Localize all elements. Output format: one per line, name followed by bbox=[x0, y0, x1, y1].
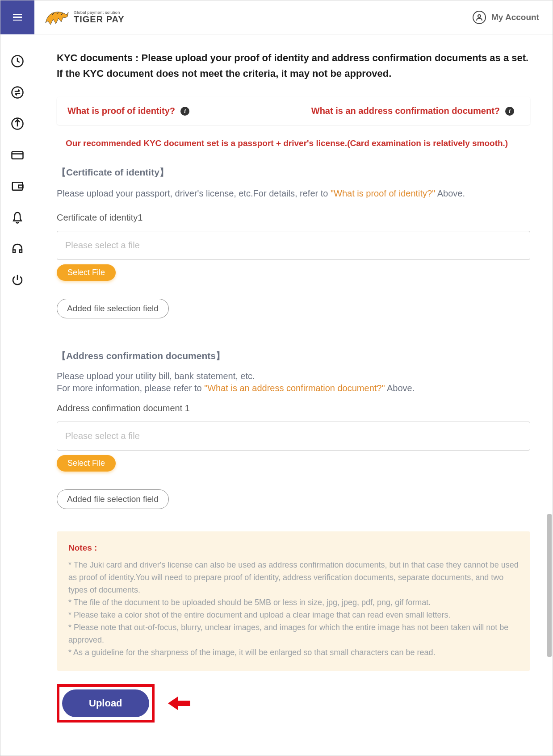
notes-body: * The Juki card and driver's license can… bbox=[68, 559, 519, 659]
upload-highlight-box: Upload bbox=[57, 684, 155, 723]
headset-icon[interactable] bbox=[11, 242, 24, 255]
note-item: * As a guideline for the sharpness of th… bbox=[68, 647, 519, 659]
notes-box: Notes : * The Juki card and driver's lic… bbox=[57, 531, 530, 670]
upload-row: Upload bbox=[57, 684, 530, 723]
recommendation-text: Our recommended KYC document set is a pa… bbox=[57, 138, 530, 148]
kyc-heading: KYC documents : Please upload your proof… bbox=[57, 50, 530, 81]
address-file-input[interactable] bbox=[57, 422, 530, 451]
note-item: * The file of the document to be uploade… bbox=[68, 597, 519, 609]
address-section-title: 【Address confirmation documents】 bbox=[57, 350, 530, 362]
main-content: KYC documents : Please upload your proof… bbox=[34, 34, 553, 756]
address-select-file-button[interactable]: Select File bbox=[57, 455, 116, 472]
info-identity-link[interactable]: What is proof of identity? i bbox=[67, 106, 285, 116]
address-field-label: Address confirmation document 1 bbox=[57, 403, 530, 414]
bell-icon[interactable] bbox=[11, 211, 24, 224]
svg-point-2 bbox=[12, 87, 23, 98]
address-desc-link[interactable]: "What is an address confirmation documen… bbox=[204, 383, 385, 393]
arrow-left-icon bbox=[168, 697, 190, 710]
hamburger-icon bbox=[13, 14, 22, 21]
info-icon: i bbox=[505, 107, 514, 116]
tiger-icon bbox=[43, 8, 70, 26]
info-identity-text: What is proof of identity? bbox=[67, 106, 175, 116]
logo-brand: TIGER PAY bbox=[74, 15, 124, 24]
wallet-icon[interactable] bbox=[11, 180, 24, 193]
identity-file-input[interactable] bbox=[57, 231, 530, 260]
logo[interactable]: Global payment solution TIGER PAY bbox=[43, 8, 124, 26]
notes-title: Notes : bbox=[68, 543, 519, 553]
sidebar bbox=[0, 34, 34, 756]
address-add-field-button[interactable]: Added file selection field bbox=[57, 489, 169, 509]
svg-point-0 bbox=[478, 15, 481, 17]
note-item: * The Juki card and driver's license can… bbox=[68, 559, 519, 597]
info-address-link[interactable]: What is an address confirmation document… bbox=[311, 106, 514, 116]
clock-icon[interactable] bbox=[11, 54, 24, 68]
identity-section-desc: Please upload your passport, driver's li… bbox=[57, 187, 530, 200]
svg-rect-4 bbox=[12, 152, 23, 159]
header: Global payment solution TIGER PAY My Acc… bbox=[0, 0, 553, 34]
identity-select-file-button[interactable]: Select File bbox=[57, 264, 116, 281]
info-card: What is proof of identity? i What is an … bbox=[57, 97, 530, 125]
menu-toggle-button[interactable] bbox=[0, 0, 34, 34]
card-icon[interactable] bbox=[11, 148, 24, 162]
identity-add-field-button[interactable]: Added file selection field bbox=[57, 299, 169, 318]
address-section: 【Address confirmation documents】 Please … bbox=[57, 350, 530, 509]
svg-rect-5 bbox=[13, 182, 23, 190]
my-account-link[interactable]: My Account bbox=[473, 11, 539, 24]
info-address-text: What is an address confirmation document… bbox=[311, 106, 500, 116]
address-section-desc: Please upload your utility bill, bank st… bbox=[57, 370, 530, 394]
identity-desc-link[interactable]: "What is proof of identity?" bbox=[331, 188, 435, 198]
identity-section-title: 【Certificate of identity】 bbox=[57, 166, 530, 179]
note-item: * Please take a color shot of the entire… bbox=[68, 609, 519, 622]
upload-button[interactable]: Upload bbox=[62, 689, 149, 717]
note-item: * Please note that out-of-focus, blurry,… bbox=[68, 622, 519, 647]
exchange-icon[interactable] bbox=[11, 86, 24, 99]
scrollbar-thumb[interactable] bbox=[547, 514, 552, 657]
identity-field-label: Certificate of identity1 bbox=[57, 213, 530, 223]
info-icon: i bbox=[180, 107, 189, 116]
user-icon bbox=[473, 11, 486, 24]
identity-section: 【Certificate of identity】 Please upload … bbox=[57, 166, 530, 318]
account-label: My Account bbox=[491, 13, 539, 22]
power-icon[interactable] bbox=[11, 273, 24, 287]
transfer-icon[interactable] bbox=[11, 117, 24, 130]
